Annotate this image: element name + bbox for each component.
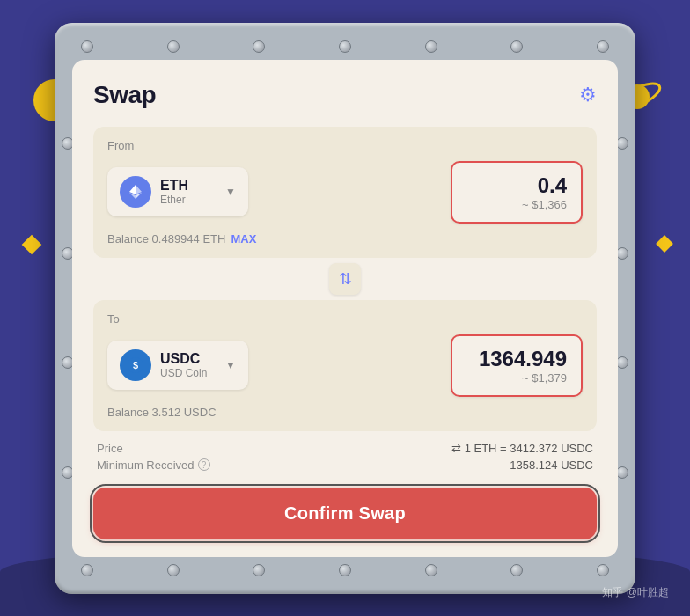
usdc-token-info: USDC USD Coin — [160, 351, 217, 379]
to-panel: To $ USDC USD Coin ▼ 1364.949 ~ $1,379 — [93, 300, 597, 431]
rivet — [616, 356, 628, 369]
min-received-value: 1358.124 USDC — [510, 458, 593, 472]
rivet — [616, 137, 628, 150]
rivets-bottom — [72, 564, 618, 576]
swap-header: Swap ⚙ — [93, 81, 597, 109]
usdc-token-name: USDC — [160, 351, 217, 367]
to-amount-usd: ~ $1,379 — [466, 371, 567, 385]
rivet — [597, 40, 609, 53]
confirm-swap-button[interactable]: Confirm Swap — [93, 488, 597, 539]
rivet — [253, 40, 265, 53]
swap-direction-button[interactable]: ⇅ — [329, 263, 361, 295]
rivet — [339, 40, 351, 53]
to-balance-row: Balance 3.512 USDC — [107, 406, 583, 419]
usdc-token-subname: USD Coin — [160, 367, 217, 379]
rivet — [81, 40, 93, 53]
watermark: 知乎 @叶胜超 — [602, 585, 669, 600]
metal-frame: Swap ⚙ From ETH Ether ▼ 0.4 — [55, 23, 635, 594]
usdc-icon: $ — [120, 349, 151, 381]
rivet — [425, 40, 437, 53]
rivet — [597, 564, 609, 576]
eth-icon — [120, 176, 151, 208]
from-balance-text: Balance 0.489944 ETH — [107, 232, 225, 246]
min-received-row: Minimum Received ? 1358.124 USDC — [97, 458, 593, 472]
svg-marker-2 — [136, 185, 142, 194]
rivets-side-right — [616, 23, 628, 594]
eth-token-name: ETH — [160, 178, 217, 194]
from-token-selector[interactable]: ETH Ether ▼ — [107, 167, 248, 216]
rivet — [339, 564, 351, 576]
svg-marker-3 — [129, 185, 136, 194]
eth-token-subname: Ether — [160, 194, 217, 206]
rivet — [616, 466, 628, 479]
rivet — [167, 564, 180, 576]
to-amount-box: 1364.949 ~ $1,379 — [451, 334, 583, 397]
to-label: To — [107, 312, 583, 326]
rivet — [510, 40, 523, 53]
price-row: Price ⇄ 1 ETH = 3412.372 USDC — [97, 442, 593, 455]
rivets-top — [72, 40, 618, 53]
from-amount-box[interactable]: 0.4 ~ $1,366 — [451, 161, 583, 224]
from-amount-usd: ~ $1,366 — [466, 198, 567, 211]
rivet — [81, 564, 93, 576]
to-token-row: $ USDC USD Coin ▼ 1364.949 ~ $1,379 — [107, 334, 583, 397]
max-button[interactable]: MAX — [231, 232, 256, 246]
settings-icon[interactable]: ⚙ — [579, 84, 597, 106]
from-amount: 0.4 — [466, 173, 567, 198]
svg-text:$: $ — [133, 360, 138, 370]
info-section: Price ⇄ 1 ETH = 3412.372 USDC Minimum Re… — [93, 442, 597, 472]
help-icon[interactable]: ? — [198, 458, 210, 471]
rivet — [167, 40, 180, 53]
rivet — [616, 247, 628, 260]
from-token-row: ETH Ether ▼ 0.4 ~ $1,366 — [107, 161, 583, 224]
rivet — [425, 564, 437, 576]
swap-direction: ⇅ — [93, 263, 597, 295]
from-panel: From ETH Ether ▼ 0.4 ~ $1,366 — [93, 127, 597, 258]
rivet — [253, 564, 265, 576]
rivet — [510, 564, 523, 576]
from-label: From — [107, 139, 583, 152]
min-received-label: Minimum Received ? — [97, 458, 210, 472]
chevron-down-icon: ▼ — [225, 359, 236, 371]
swap-panel: Swap ⚙ From ETH Ether ▼ 0.4 — [72, 60, 618, 557]
from-balance-row: Balance 0.489944 ETH MAX — [107, 232, 583, 246]
price-label: Price — [97, 442, 123, 455]
to-token-selector[interactable]: $ USDC USD Coin ▼ — [107, 341, 248, 390]
to-amount: 1364.949 — [466, 347, 567, 371]
page-title: Swap — [93, 81, 156, 109]
bg-diamond-right — [656, 235, 673, 253]
to-balance-text: Balance 3.512 USDC — [107, 406, 217, 419]
chevron-down-icon: ▼ — [225, 186, 236, 198]
bg-diamond-left — [22, 235, 42, 255]
eth-token-info: ETH Ether — [160, 178, 217, 206]
price-value: ⇄ 1 ETH = 3412.372 USDC — [451, 442, 593, 455]
